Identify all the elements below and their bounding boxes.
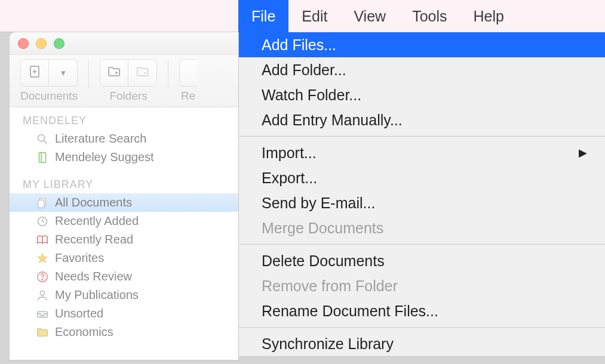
svg-point-6 bbox=[38, 134, 45, 141]
svg-marker-16 bbox=[38, 253, 48, 263]
clock-icon bbox=[36, 215, 49, 228]
toolbar-related-group: Re bbox=[179, 59, 197, 103]
sidebar-item-label: Economics bbox=[55, 325, 113, 339]
sidebar-item-label: Recently Read bbox=[55, 233, 133, 246]
sidebar-item-recently-read[interactable]: Recently Read bbox=[10, 230, 238, 249]
new-document-icon bbox=[27, 64, 42, 82]
menu-import[interactable]: Import... ▶ bbox=[239, 140, 605, 165]
sidebar-item-recently-added[interactable]: Recently Added bbox=[10, 212, 238, 230]
toolbar: ▾ Documents Folders bbox=[10, 55, 238, 107]
sidebar-item-economics[interactable]: Economics bbox=[10, 323, 238, 341]
sidebar-item-label: Literature Search bbox=[55, 132, 146, 146]
menubar: File Edit View Tools Help bbox=[238, 0, 605, 32]
sidebar-item-my-publications[interactable]: My Publications bbox=[10, 286, 238, 304]
menu-edit[interactable]: Edit bbox=[288, 0, 340, 32]
menu-tools[interactable]: Tools bbox=[399, 0, 460, 32]
menu-synchronize-library[interactable]: Synchronize Library bbox=[239, 331, 605, 356]
menu-separator bbox=[239, 244, 605, 245]
new-folder-button[interactable] bbox=[100, 59, 128, 87]
svg-point-19 bbox=[40, 291, 44, 295]
menu-help[interactable]: Help bbox=[460, 0, 517, 32]
menu-merge-documents: Merge Documents bbox=[239, 215, 605, 240]
question-icon bbox=[36, 270, 49, 283]
menu-add-folder[interactable]: Add Folder... bbox=[239, 57, 605, 82]
titlebar bbox=[10, 32, 238, 55]
sidebar-item-needs-review[interactable]: Needs Review bbox=[10, 267, 238, 286]
close-window-button[interactable] bbox=[18, 38, 29, 49]
menu-view[interactable]: View bbox=[340, 0, 399, 32]
svg-line-14 bbox=[42, 221, 44, 223]
menu-delete-documents[interactable]: Delete Documents bbox=[239, 248, 605, 273]
related-button[interactable] bbox=[179, 59, 197, 87]
menu-file[interactable]: File bbox=[238, 0, 288, 32]
sidebar-item-label: My Publications bbox=[55, 288, 139, 302]
svg-rect-11 bbox=[38, 200, 44, 208]
menu-remove-from-folder: Remove from Folder bbox=[239, 273, 605, 298]
toolbar-documents-group: ▾ Documents bbox=[20, 59, 78, 103]
open-book-icon bbox=[36, 233, 49, 246]
new-folder-icon bbox=[107, 64, 121, 82]
menu-add-files[interactable]: Add Files... bbox=[239, 32, 605, 57]
sidebar-item-label: Recently Added bbox=[55, 214, 139, 228]
person-icon bbox=[36, 289, 49, 302]
menu-watch-folder[interactable]: Watch Folder... bbox=[239, 82, 605, 107]
menu-add-entry-manually[interactable]: Add Entry Manually... bbox=[239, 107, 605, 132]
sidebar-item-mendeley-suggest[interactable]: Mendeley Suggest bbox=[10, 148, 238, 166]
toolbar-folders-group: Folders bbox=[100, 59, 157, 103]
chevron-down-icon: ▾ bbox=[61, 67, 66, 78]
toolbar-separator bbox=[88, 60, 89, 88]
book-icon bbox=[36, 151, 49, 164]
star-icon bbox=[36, 252, 49, 265]
sidebar-item-literature-search[interactable]: Literature Search bbox=[10, 129, 238, 148]
documents-icon bbox=[36, 196, 49, 209]
sidebar-item-all-documents[interactable]: All Documents bbox=[10, 193, 238, 212]
menu-rename-document-files[interactable]: Rename Document Files... bbox=[239, 298, 605, 323]
search-icon bbox=[36, 132, 49, 146]
sidebar-item-label: All Documents bbox=[55, 196, 132, 209]
sidebar: MENDELEY Literature Search Mendeley Sugg… bbox=[10, 107, 238, 341]
submenu-arrow-icon: ▶ bbox=[579, 146, 587, 159]
menu-export[interactable]: Export... bbox=[239, 165, 605, 190]
toolbar-related-label: Re bbox=[181, 90, 195, 103]
section-header-library: MY LIBRARY bbox=[10, 166, 238, 193]
remove-folder-icon bbox=[136, 64, 150, 82]
tray-icon bbox=[36, 307, 49, 320]
maximize-window-button[interactable] bbox=[54, 38, 65, 49]
svg-line-7 bbox=[44, 140, 47, 143]
folder-icon bbox=[36, 326, 49, 339]
sidebar-item-favorites[interactable]: Favorites bbox=[10, 249, 238, 267]
minimize-window-button[interactable] bbox=[36, 38, 47, 49]
sidebar-item-label: Favorites bbox=[55, 251, 104, 265]
svg-point-18 bbox=[42, 279, 43, 280]
menu-send-email[interactable]: Send by E-mail... bbox=[239, 190, 605, 215]
document-dropdown-button[interactable]: ▾ bbox=[49, 59, 78, 87]
new-document-button[interactable] bbox=[20, 59, 49, 87]
menu-separator bbox=[239, 327, 605, 328]
section-header-mendeley: MENDELEY bbox=[10, 107, 238, 129]
sidebar-item-label: Needs Review bbox=[55, 270, 132, 283]
sidebar-item-label: Mendeley Suggest bbox=[55, 150, 154, 164]
menu-separator bbox=[239, 136, 605, 137]
svg-rect-8 bbox=[39, 152, 46, 162]
app-window: ▾ Documents Folders bbox=[10, 32, 238, 360]
toolbar-folders-label: Folders bbox=[109, 90, 147, 103]
file-menu-dropdown: Add Files... Add Folder... Watch Folder.… bbox=[238, 32, 605, 357]
sidebar-item-unsorted[interactable]: Unsorted bbox=[10, 304, 238, 323]
toolbar-separator bbox=[168, 60, 168, 88]
toolbar-documents-label: Documents bbox=[20, 90, 78, 103]
remove-folder-button[interactable] bbox=[128, 59, 157, 87]
sidebar-item-label: Unsorted bbox=[55, 307, 103, 320]
